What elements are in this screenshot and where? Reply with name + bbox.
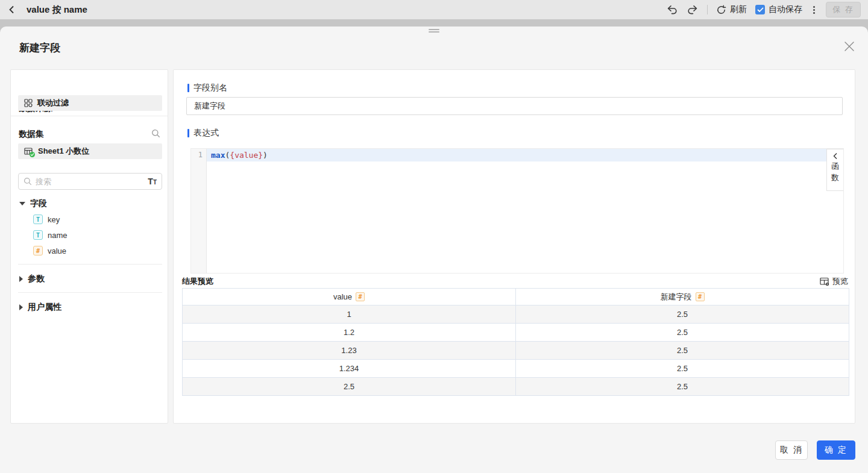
expression-editor[interactable]: 1 max({value}) [190, 148, 844, 274]
table-cell: 2.5 [516, 305, 849, 324]
refresh-button[interactable]: 刷新 [716, 4, 747, 15]
autosave-toggle[interactable]: 自动保存 [755, 4, 802, 15]
dataset-table-icon [24, 148, 33, 155]
field-item-name[interactable]: T name [33, 230, 68, 240]
label-accent-bar [187, 129, 189, 137]
redo-icon[interactable] [687, 4, 699, 15]
fields-group-toggle[interactable]: 字段 [19, 198, 47, 209]
field-item-value[interactable]: # value [33, 246, 66, 255]
preview-button-label: 预览 [832, 276, 848, 287]
preview-button[interactable]: 预览 [820, 276, 848, 287]
sidebar-divider [11, 116, 168, 116]
toolbar-divider [707, 5, 708, 14]
code-field-token: {value} [230, 151, 263, 160]
sidebar-divider [18, 292, 162, 293]
dialog-title: 新建字段 [19, 41, 60, 55]
dashboard-grid-icon [24, 99, 33, 107]
table-cell: 2.5 [516, 360, 849, 378]
table-cell: 2.5 [516, 378, 849, 396]
new-field-dialog: 新建字段 数据来源 联动过滤 数据集 Sheet1 小数位 [0, 27, 868, 473]
undo-icon[interactable] [666, 4, 678, 15]
alias-input[interactable] [186, 97, 843, 115]
field-item-key[interactable]: T key [33, 215, 60, 224]
confirm-button[interactable]: 确 定 [817, 440, 855, 460]
table-row: 1.232.5 [183, 342, 849, 360]
line-number: 1 [191, 149, 206, 161]
field-search-box[interactable]: TT [18, 173, 162, 190]
search-icon [24, 177, 32, 186]
table-cell: 2.5 [516, 324, 849, 342]
code-line-active[interactable]: max({value}) [207, 149, 843, 161]
number-type-icon: # [33, 246, 43, 255]
alias-label: 字段别名 [187, 83, 227, 93]
table-header-row: value# 新建字段# [183, 289, 849, 305]
autosave-checkbox-checked[interactable] [755, 5, 765, 14]
datasource-item-selected[interactable]: 联动过滤 [18, 95, 162, 111]
editor-gutter: 1 [191, 149, 207, 273]
datasource-item-label: 联动过滤 [37, 98, 69, 108]
column-header-value[interactable]: value# [183, 289, 516, 305]
dataset-check-icon [30, 152, 35, 157]
top-toolbar: value 按 name 刷新 自动保存 保 存 [0, 0, 868, 19]
table-cell: 2.5 [183, 378, 516, 396]
refresh-label: 刷新 [730, 4, 747, 15]
page-title: value 按 name [27, 4, 87, 16]
text-type-icon: T [33, 230, 43, 240]
table-cell: 1 [183, 305, 516, 324]
field-editor-panel: 字段别名 表达式 1 max({value}) 函 数 [173, 69, 855, 424]
field-item-label: name [48, 231, 68, 240]
caret-down-icon [19, 202, 25, 205]
functions-panel-toggle[interactable]: 函 数 [826, 149, 843, 191]
table-cell: 1.23 [183, 342, 516, 360]
dataset-header: 数据集 [19, 129, 44, 140]
user-attr-group-label: 用户属性 [28, 302, 61, 313]
user-attr-group-toggle[interactable]: 用户属性 [19, 302, 61, 313]
chevron-left-icon [832, 152, 839, 160]
refresh-icon [716, 5, 726, 15]
cancel-button[interactable]: 取 消 [775, 440, 808, 460]
result-preview-table: value# 新建字段# 12.5 1.22.5 1.232.5 1.2342.… [182, 288, 849, 396]
params-group-label: 参数 [28, 274, 45, 284]
save-button[interactable]: 保 存 [826, 2, 861, 17]
sidebar-divider [18, 264, 162, 265]
back-icon[interactable] [7, 5, 17, 14]
table-cell: 2.5 [516, 342, 849, 360]
dataset-search-icon[interactable] [151, 129, 160, 138]
caret-right-icon [19, 304, 23, 310]
table-row: 2.52.5 [183, 378, 849, 396]
data-source-panel: 数据来源 联动过滤 数据集 Sheet1 小数位 T [10, 69, 168, 424]
result-preview-title: 结果预览 [182, 276, 213, 287]
table-row: 12.5 [183, 305, 849, 324]
close-icon[interactable] [844, 41, 855, 52]
fields-group-label: 字段 [30, 198, 47, 209]
drag-handle[interactable] [429, 29, 439, 34]
params-group-toggle[interactable]: 参数 [19, 274, 45, 284]
screen: value 按 name 刷新 自动保存 保 存 [0, 0, 868, 473]
editor-code-area[interactable]: max({value}) [207, 149, 843, 273]
number-type-icon: # [356, 292, 365, 301]
more-menu-icon[interactable] [811, 4, 817, 16]
table-cell: 1.234 [183, 360, 516, 378]
number-type-icon: # [696, 292, 705, 301]
table-cell: 1.2 [183, 324, 516, 342]
field-search-input[interactable] [36, 177, 144, 186]
expression-label: 表达式 [187, 128, 219, 139]
dataset-item-selected[interactable]: Sheet1 小数位 [18, 143, 162, 159]
caret-right-icon [19, 276, 23, 282]
field-item-label: value [48, 246, 66, 255]
table-row: 1.22.5 [183, 324, 849, 342]
autosave-label: 自动保存 [769, 4, 802, 15]
table-row: 1.2342.5 [183, 360, 849, 378]
column-header-new-field[interactable]: 新建字段# [516, 289, 849, 305]
field-item-label: key [48, 215, 60, 224]
code-function-token: max [211, 151, 225, 160]
text-type-icon: T [33, 215, 43, 224]
dataset-item-label: Sheet1 小数位 [38, 146, 89, 157]
text-type-filter-icon[interactable]: TT [148, 177, 157, 186]
label-accent-bar [187, 84, 189, 92]
preview-table-icon [820, 277, 829, 286]
